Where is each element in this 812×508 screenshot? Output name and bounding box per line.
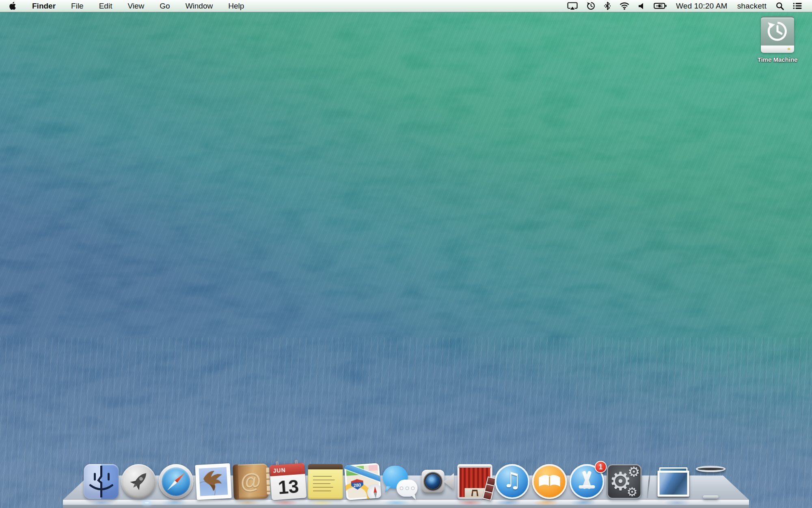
dock-mail[interactable] <box>195 463 231 500</box>
stack-front-sheet <box>658 471 689 497</box>
trash-rim <box>696 466 726 472</box>
finder-running-indicator <box>143 501 151 504</box>
bluetooth-menu[interactable] <box>600 0 615 12</box>
calendar-day: 13 <box>270 473 307 500</box>
menu-view[interactable]: View <box>120 0 152 12</box>
battery-icon <box>654 2 667 9</box>
dock-icons: @ JUN 13 280 <box>84 464 728 499</box>
airplay-icon <box>567 2 578 10</box>
menu-bar-left: Finder File Edit View Go Window Help <box>0 0 252 12</box>
menu-go[interactable]: Go <box>152 0 177 12</box>
airplay-menu[interactable] <box>563 0 582 12</box>
stamp-image <box>199 467 228 496</box>
dock-shelf-base <box>63 505 749 508</box>
booth-floor <box>465 488 485 497</box>
menu-bar-clock[interactable]: Wed 10:20 AM <box>671 2 732 11</box>
desktop-icon-time-machine[interactable]: Time Machine <box>755 16 800 63</box>
app-menu-finder[interactable]: Finder <box>24 0 63 12</box>
menu-bar-username[interactable]: shackett <box>732 2 771 11</box>
dock-maps[interactable]: 280 <box>344 463 382 500</box>
compass-icon <box>367 484 381 500</box>
apple-logo-icon <box>9 2 16 10</box>
menu-file[interactable]: File <box>63 0 91 12</box>
apple-menu[interactable] <box>9 0 24 12</box>
map-block <box>369 465 378 471</box>
menu-bar: Finder File Edit View Go Window Help <box>0 0 812 12</box>
dock-system-preferences[interactable]: ⚙ ⚙ ⚙ <box>607 464 642 499</box>
volume-icon <box>638 2 645 10</box>
dock-finder[interactable] <box>84 464 119 499</box>
at-sign-glyph: @ <box>240 468 261 493</box>
menu-bar-right: Wed 10:20 AM shackett <box>563 0 812 12</box>
finder-face-icon <box>84 464 119 499</box>
gear-icon: ⚙ <box>628 465 640 479</box>
notification-center-menu[interactable] <box>788 0 806 12</box>
dock-app-store[interactable]: 1 <box>570 464 605 499</box>
camera-lens <box>426 474 441 489</box>
dock-ibooks[interactable] <box>532 464 567 499</box>
dock-shelf-front <box>63 500 749 505</box>
camera-triangle <box>444 473 454 490</box>
open-book-icon <box>538 473 561 490</box>
white-bubble-icon <box>397 480 418 497</box>
drive-foot <box>761 46 794 53</box>
spotlight-menu[interactable] <box>771 0 788 12</box>
ruler-icon <box>579 485 595 488</box>
time-machine-drive-icon <box>761 16 794 53</box>
dock-divider <box>647 469 651 498</box>
music-note-icon: ♫ <box>503 468 522 492</box>
eagle-icon <box>199 467 228 496</box>
dock-contacts[interactable]: @ <box>233 464 269 500</box>
stack-image <box>660 473 687 495</box>
dock-safari[interactable] <box>159 464 194 499</box>
camera-body-icon <box>422 470 445 493</box>
trash-foot <box>703 495 719 499</box>
wallpaper-noise <box>0 0 812 508</box>
bluetooth-icon <box>604 2 611 10</box>
dock-trash[interactable] <box>693 464 728 499</box>
dock: @ JUN 13 280 <box>0 455 812 508</box>
dock-calendar[interactable]: JUN 13 <box>270 463 307 500</box>
notes-handwriting <box>313 473 337 494</box>
menu-edit[interactable]: Edit <box>91 0 120 12</box>
app-store-badge: 1 <box>595 461 607 473</box>
spotlight-icon <box>776 2 784 10</box>
menu-window[interactable]: Window <box>178 0 221 12</box>
dock-launchpad[interactable] <box>121 464 156 499</box>
desktop-icon-label: Time Machine <box>755 56 800 63</box>
drive-led <box>788 48 790 50</box>
wifi-menu[interactable] <box>615 0 634 12</box>
gear-icon: ⚙ <box>627 486 638 498</box>
rocket-icon <box>121 464 156 499</box>
time-machine-icon <box>587 2 595 10</box>
wifi-icon <box>620 2 629 10</box>
trash-mesh-body <box>698 468 724 497</box>
desktop: Finder File Edit View Go Window Help <box>0 0 812 508</box>
notification-center-icon <box>793 2 802 9</box>
dock-facetime[interactable] <box>420 464 455 499</box>
time-machine-clock-glyph <box>767 21 788 42</box>
dock-notes[interactable] <box>308 464 343 499</box>
calendar-month: JUN <box>270 467 286 474</box>
time-machine-menu[interactable] <box>582 0 600 12</box>
dock-itunes[interactable]: ♫ <box>495 464 530 499</box>
shield-number: 280 <box>354 482 361 488</box>
menu-help[interactable]: Help <box>220 0 252 12</box>
volume-menu[interactable] <box>634 0 649 12</box>
dock-stack-screenshots[interactable] <box>656 464 691 499</box>
dock-photo-booth[interactable] <box>458 464 492 499</box>
battery-menu[interactable] <box>649 0 671 12</box>
dock-messages[interactable] <box>383 464 418 499</box>
